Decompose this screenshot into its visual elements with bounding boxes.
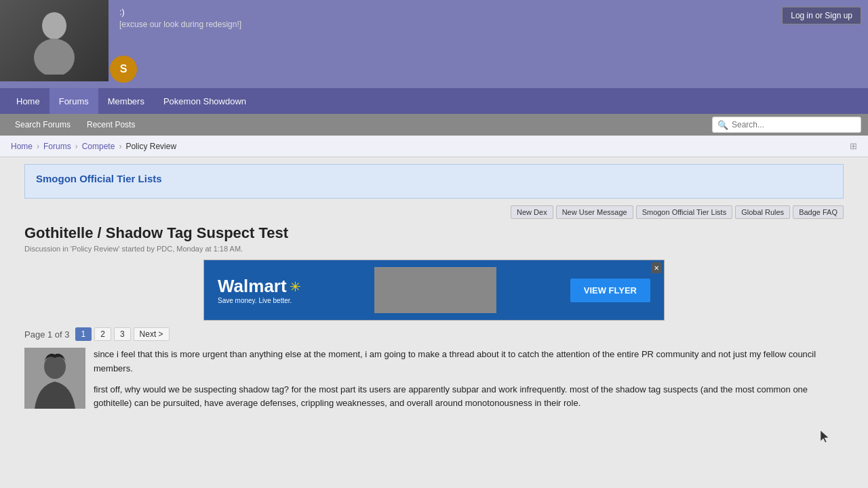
smiley-text: :)	[119, 7, 125, 17]
post-paragraph-1: since i feel that this is more urgent th…	[94, 348, 844, 376]
post-paragraph-2: first off, why would we be suspecting sh…	[94, 383, 844, 411]
post-area: since i feel that this is more urgent th…	[24, 348, 844, 418]
page-btn-3[interactable]: 3	[114, 327, 131, 341]
bc-sep-1: ›	[37, 142, 39, 151]
breadcrumb-home[interactable]: Home	[11, 142, 33, 151]
ad-banner: ✕ Walmart ✳ Save money. Live better. VIE…	[203, 260, 665, 321]
login-button[interactable]: Log in or Sign up	[782, 7, 861, 24]
breadcrumb-forums[interactable]: Forums	[43, 142, 71, 151]
main-content: Smogon Official Tier Lists New Dex New U…	[14, 157, 854, 424]
breadcrumb-current: Policy Review	[125, 142, 176, 151]
search-icon: 🔍	[717, 120, 728, 130]
search-input[interactable]	[712, 117, 861, 133]
subnav-recent-posts[interactable]: Recent Posts	[79, 116, 143, 134]
redesign-notice: [excuse our look during redesign!]	[119, 20, 857, 29]
walmart-logo-text: Walmart	[218, 276, 287, 297]
sub-nav: Search Forums Recent Posts 🔍	[0, 114, 868, 136]
thread-title: Gothitelle / Shadow Tag Suspect Test	[24, 224, 844, 242]
svg-point-0	[42, 12, 66, 39]
smogon-logo: S	[110, 56, 137, 83]
post-avatar	[24, 348, 85, 409]
top-bar: :) [excuse our look during redesign!] S …	[0, 0, 868, 88]
thread-meta: Discussion in 'Policy Review' started by…	[24, 245, 844, 253]
btn-smogon-tier-lists[interactable]: Smogon Official Tier Lists	[636, 205, 733, 219]
nav-forums[interactable]: Forums	[50, 88, 98, 114]
page-info: Page 1 of 3	[24, 329, 70, 340]
nav-pokemon-showdown[interactable]: Pokemon Showdown	[154, 88, 256, 114]
svg-point-1	[34, 39, 75, 75]
nav-members[interactable]: Members	[98, 88, 154, 114]
page-btn-1[interactable]: 1	[75, 327, 92, 341]
btn-new-dex[interactable]: New Dex	[511, 205, 553, 219]
walmart-branding: Walmart ✳ Save money. Live better.	[218, 276, 301, 304]
avatar-img	[24, 348, 85, 409]
page-next-button[interactable]: Next >	[134, 327, 170, 341]
post-body: since i feel that this is more urgent th…	[94, 348, 844, 411]
main-nav: Home Forums Members Pokemon Showdown	[0, 88, 868, 114]
ad-image-placeholder	[374, 267, 496, 313]
page-btn-2[interactable]: 2	[94, 327, 111, 341]
bc-sep-2: ›	[75, 142, 78, 151]
breadcrumb-icon[interactable]: ⊞	[850, 141, 857, 151]
thread-title-area: Gothitelle / Shadow Tag Suspect Test Dis…	[24, 224, 844, 253]
breadcrumb-bar: Home › Forums › Compete › Policy Review …	[0, 136, 868, 157]
bc-sep-3: ›	[119, 142, 121, 151]
svg-point-3	[44, 354, 66, 379]
search-box-wrap: 🔍	[712, 117, 861, 133]
top-bar-content: :) [excuse our look during redesign!] S	[108, 0, 868, 36]
walmart-spark-icon: ✳	[290, 279, 301, 295]
webcam-area	[0, 0, 108, 81]
btn-new-user-message[interactable]: New User Message	[556, 205, 633, 219]
btn-badge-faq[interactable]: Badge FAQ	[793, 205, 844, 219]
nav-home[interactable]: Home	[7, 88, 50, 114]
subnav-search-forums[interactable]: Search Forums	[7, 116, 79, 134]
breadcrumb-compete[interactable]: Compete	[82, 142, 115, 151]
view-flyer-button[interactable]: VIEW FLYER	[570, 279, 650, 302]
action-buttons-row: New Dex New User Message Smogon Official…	[24, 205, 844, 219]
post-content: since i feel that this is more urgent th…	[94, 348, 844, 418]
walmart-tagline: Save money. Live better.	[218, 297, 301, 304]
pagination: Page 1 of 3 1 2 3 Next >	[24, 327, 844, 341]
ad-close-button[interactable]: ✕	[651, 262, 662, 273]
thread-header-box: Smogon Official Tier Lists	[24, 164, 844, 199]
webcam-placeholder	[0, 0, 108, 81]
thread-header-title[interactable]: Smogon Official Tier Lists	[36, 173, 832, 184]
btn-global-rules[interactable]: Global Rules	[735, 205, 790, 219]
